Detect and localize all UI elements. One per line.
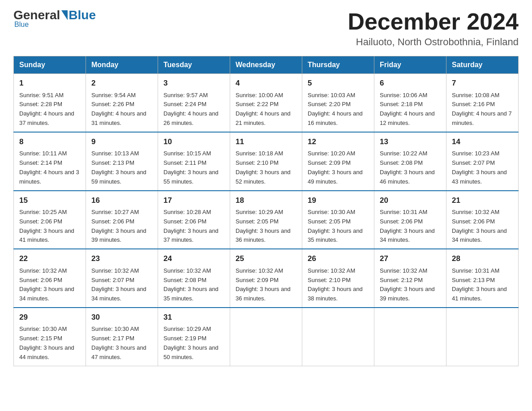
day-number: 6 xyxy=(380,77,441,89)
day-info: Sunrise: 10:13 AMSunset: 2:13 PMDaylight… xyxy=(91,150,146,184)
calendar-cell: 24 Sunrise: 10:32 AMSunset: 2:08 PMDayli… xyxy=(158,249,230,308)
day-info: Sunrise: 10:32 AMSunset: 2:12 PMDaylight… xyxy=(380,267,435,302)
calendar-cell: 19 Sunrise: 10:30 AMSunset: 2:05 PMDayli… xyxy=(302,191,374,249)
calendar-cell: 4 Sunrise: 10:00 AMSunset: 2:22 PMDaylig… xyxy=(230,74,302,132)
calendar-cell: 17 Sunrise: 10:28 AMSunset: 2:06 PMDayli… xyxy=(158,191,230,249)
day-number: 2 xyxy=(91,77,152,89)
logo-triangle-icon xyxy=(61,10,68,20)
calendar-table: SundayMondayTuesdayWednesdayThursdayFrid… xyxy=(13,56,519,366)
calendar-week-row: 1 Sunrise: 9:51 AMSunset: 2:28 PMDayligh… xyxy=(14,74,519,132)
calendar-cell: 27 Sunrise: 10:32 AMSunset: 2:12 PMDayli… xyxy=(374,249,446,308)
calendar-cell: 31 Sunrise: 10:29 AMSunset: 2:19 PMDayli… xyxy=(158,308,230,366)
calendar-cell: 6 Sunrise: 10:06 AMSunset: 2:18 PMDaylig… xyxy=(374,74,446,132)
day-number: 19 xyxy=(308,195,369,206)
calendar-cell xyxy=(302,308,374,366)
calendar-cell: 30 Sunrise: 10:30 AMSunset: 2:17 PMDayli… xyxy=(86,308,158,366)
day-info: Sunrise: 10:30 AMSunset: 2:15 PMDaylight… xyxy=(19,325,74,360)
day-info: Sunrise: 10:31 AMSunset: 2:06 PMDaylight… xyxy=(380,209,435,243)
calendar-cell: 5 Sunrise: 10:03 AMSunset: 2:20 PMDaylig… xyxy=(302,74,374,132)
calendar-cell: 21 Sunrise: 10:32 AMSunset: 2:06 PMDayli… xyxy=(446,191,519,249)
day-number: 4 xyxy=(236,77,296,89)
day-number: 15 xyxy=(19,195,80,206)
day-info: Sunrise: 10:23 AMSunset: 2:07 PMDaylight… xyxy=(452,150,507,184)
day-info: Sunrise: 9:57 AMSunset: 2:24 PMDaylight:… xyxy=(163,92,219,126)
day-info: Sunrise: 10:29 AMSunset: 2:19 PMDaylight… xyxy=(163,325,219,360)
day-info: Sunrise: 10:27 AMSunset: 2:06 PMDaylight… xyxy=(91,209,146,243)
calendar-cell: 23 Sunrise: 10:32 AMSunset: 2:07 PMDayli… xyxy=(86,249,158,308)
calendar-cell: 2 Sunrise: 9:54 AMSunset: 2:26 PMDayligh… xyxy=(86,74,158,132)
day-info: Sunrise: 9:51 AMSunset: 2:28 PMDaylight:… xyxy=(19,92,74,126)
calendar-cell xyxy=(446,308,519,366)
day-info: Sunrise: 10:32 AMSunset: 2:06 PMDaylight… xyxy=(19,267,74,302)
calendar-cell: 9 Sunrise: 10:13 AMSunset: 2:13 PMDaylig… xyxy=(86,132,158,191)
day-number: 16 xyxy=(91,195,152,206)
day-number: 10 xyxy=(163,136,224,148)
header-tuesday: Tuesday xyxy=(158,56,230,74)
calendar-cell: 29 Sunrise: 10:30 AMSunset: 2:15 PMDayli… xyxy=(14,308,86,366)
day-number: 28 xyxy=(452,253,513,265)
calendar-cell: 18 Sunrise: 10:29 AMSunset: 2:05 PMDayli… xyxy=(230,191,302,249)
day-info: Sunrise: 10:32 AMSunset: 2:07 PMDaylight… xyxy=(91,267,146,302)
day-info: Sunrise: 10:22 AMSunset: 2:08 PMDaylight… xyxy=(380,150,435,184)
calendar-week-row: 29 Sunrise: 10:30 AMSunset: 2:15 PMDayli… xyxy=(14,308,519,366)
calendar-cell: 13 Sunrise: 10:22 AMSunset: 2:08 PMDayli… xyxy=(374,132,446,191)
day-number: 20 xyxy=(380,195,441,206)
calendar-cell: 12 Sunrise: 10:20 AMSunset: 2:09 PMDayli… xyxy=(302,132,374,191)
day-info: Sunrise: 10:28 AMSunset: 2:06 PMDaylight… xyxy=(163,209,219,243)
day-info: Sunrise: 10:11 AMSunset: 2:14 PMDaylight… xyxy=(19,150,79,184)
day-info: Sunrise: 10:32 AMSunset: 2:09 PMDaylight… xyxy=(236,267,291,302)
header: General Blue Blue December 2024 Hailuoto… xyxy=(13,9,519,48)
day-number: 9 xyxy=(91,136,152,148)
header-monday: Monday xyxy=(86,56,158,74)
day-number: 14 xyxy=(452,136,513,148)
calendar-cell: 22 Sunrise: 10:32 AMSunset: 2:06 PMDayli… xyxy=(14,249,86,308)
logo-area: General Blue Blue xyxy=(13,9,96,29)
day-number: 8 xyxy=(19,136,80,148)
logo-blue-text: Blue xyxy=(69,9,96,21)
day-info: Sunrise: 10:25 AMSunset: 2:06 PMDaylight… xyxy=(19,209,74,243)
logo-underline-text: Blue xyxy=(14,21,29,29)
day-info: Sunrise: 10:20 AMSunset: 2:09 PMDaylight… xyxy=(308,150,363,184)
day-number: 18 xyxy=(236,195,296,206)
day-info: Sunrise: 10:03 AMSunset: 2:20 PMDaylight… xyxy=(308,92,363,126)
day-info: Sunrise: 10:06 AMSunset: 2:18 PMDaylight… xyxy=(380,92,435,126)
logo-blue-part: Blue xyxy=(60,9,96,21)
day-number: 7 xyxy=(452,77,513,89)
day-info: Sunrise: 10:32 AMSunset: 2:06 PMDaylight… xyxy=(452,209,507,243)
header-sunday: Sunday xyxy=(14,56,86,74)
calendar-cell: 16 Sunrise: 10:27 AMSunset: 2:06 PMDayli… xyxy=(86,191,158,249)
day-info: Sunrise: 10:00 AMSunset: 2:22 PMDaylight… xyxy=(236,92,291,126)
calendar-cell: 1 Sunrise: 9:51 AMSunset: 2:28 PMDayligh… xyxy=(14,74,86,132)
calendar-week-row: 8 Sunrise: 10:11 AMSunset: 2:14 PMDaylig… xyxy=(14,132,519,191)
calendar-cell xyxy=(374,308,446,366)
day-number: 13 xyxy=(380,136,441,148)
day-number: 25 xyxy=(236,253,296,265)
calendar-cell: 14 Sunrise: 10:23 AMSunset: 2:07 PMDayli… xyxy=(446,132,519,191)
header-wednesday: Wednesday xyxy=(230,56,302,74)
day-info: Sunrise: 10:31 AMSunset: 2:13 PMDaylight… xyxy=(452,267,507,302)
calendar-cell: 11 Sunrise: 10:18 AMSunset: 2:10 PMDayli… xyxy=(230,132,302,191)
logo-general-text: General xyxy=(13,9,60,21)
day-info: Sunrise: 10:18 AMSunset: 2:10 PMDaylight… xyxy=(236,150,291,184)
calendar-week-row: 15 Sunrise: 10:25 AMSunset: 2:06 PMDayli… xyxy=(14,191,519,249)
day-number: 21 xyxy=(452,195,513,206)
day-number: 12 xyxy=(308,136,369,148)
day-info: Sunrise: 10:32 AMSunset: 2:10 PMDaylight… xyxy=(308,267,363,302)
day-info: Sunrise: 10:32 AMSunset: 2:08 PMDaylight… xyxy=(163,267,219,302)
calendar-cell: 25 Sunrise: 10:32 AMSunset: 2:09 PMDayli… xyxy=(230,249,302,308)
calendar-cell: 3 Sunrise: 9:57 AMSunset: 2:24 PMDayligh… xyxy=(158,74,230,132)
day-number: 24 xyxy=(163,253,224,265)
header-thursday: Thursday xyxy=(302,56,374,74)
day-number: 31 xyxy=(163,312,224,323)
day-info: Sunrise: 10:08 AMSunset: 2:16 PMDaylight… xyxy=(452,92,512,126)
calendar-cell: 15 Sunrise: 10:25 AMSunset: 2:06 PMDayli… xyxy=(14,191,86,249)
day-info: Sunrise: 9:54 AMSunset: 2:26 PMDaylight:… xyxy=(91,92,146,126)
day-number: 30 xyxy=(91,312,152,323)
calendar-cell xyxy=(230,308,302,366)
calendar-cell: 20 Sunrise: 10:31 AMSunset: 2:06 PMDayli… xyxy=(374,191,446,249)
title-area: December 2024 Hailuoto, North Ostrobothn… xyxy=(348,9,519,48)
day-number: 26 xyxy=(308,253,369,265)
logo: General Blue xyxy=(13,9,96,21)
day-number: 27 xyxy=(380,253,441,265)
calendar-cell: 7 Sunrise: 10:08 AMSunset: 2:16 PMDaylig… xyxy=(446,74,519,132)
